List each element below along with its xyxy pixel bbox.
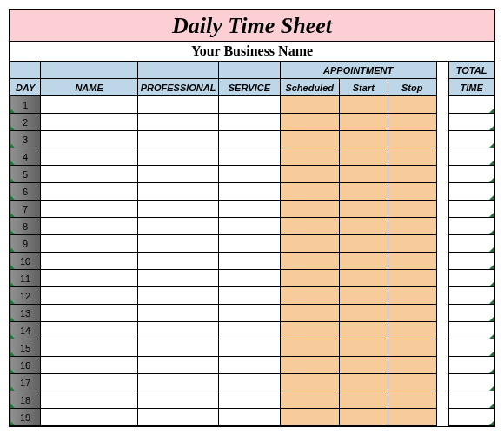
cell-name[interactable] xyxy=(41,166,138,183)
cell-stop[interactable] xyxy=(388,96,436,114)
cell-day[interactable]: 7 xyxy=(10,201,41,218)
cell-service[interactable] xyxy=(219,339,280,357)
cell-professional[interactable] xyxy=(137,166,218,183)
cell-total[interactable] xyxy=(449,201,494,218)
cell-start[interactable] xyxy=(339,253,388,270)
cell-stop[interactable] xyxy=(388,183,436,201)
cell-service[interactable] xyxy=(219,322,280,339)
cell-stop[interactable] xyxy=(388,114,436,131)
cell-total[interactable] xyxy=(449,391,494,409)
cell-professional[interactable] xyxy=(137,218,218,235)
cell-service[interactable] xyxy=(219,183,280,201)
cell-scheduled[interactable] xyxy=(280,339,339,357)
cell-day[interactable]: 8 xyxy=(10,218,41,235)
cell-total[interactable] xyxy=(449,253,494,270)
cell-scheduled[interactable] xyxy=(280,96,339,114)
cell-stop[interactable] xyxy=(388,218,436,235)
cell-service[interactable] xyxy=(219,148,280,166)
cell-total[interactable] xyxy=(449,339,494,357)
cell-professional[interactable] xyxy=(137,96,218,114)
cell-service[interactable] xyxy=(219,235,280,253)
cell-name[interactable] xyxy=(41,148,138,166)
cell-day[interactable]: 4 xyxy=(10,148,41,166)
cell-service[interactable] xyxy=(219,96,280,114)
cell-start[interactable] xyxy=(339,131,388,148)
cell-stop[interactable] xyxy=(388,287,436,305)
cell-scheduled[interactable] xyxy=(280,253,339,270)
cell-service[interactable] xyxy=(219,114,280,131)
cell-start[interactable] xyxy=(339,166,388,183)
cell-scheduled[interactable] xyxy=(280,218,339,235)
cell-scheduled[interactable] xyxy=(280,131,339,148)
cell-professional[interactable] xyxy=(137,287,218,305)
cell-start[interactable] xyxy=(339,270,388,287)
cell-scheduled[interactable] xyxy=(280,270,339,287)
cell-scheduled[interactable] xyxy=(280,201,339,218)
cell-day[interactable]: 10 xyxy=(10,253,41,270)
cell-start[interactable] xyxy=(339,287,388,305)
cell-stop[interactable] xyxy=(388,166,436,183)
cell-professional[interactable] xyxy=(137,322,218,339)
cell-start[interactable] xyxy=(339,391,388,409)
cell-stop[interactable] xyxy=(388,305,436,322)
cell-stop[interactable] xyxy=(388,409,436,426)
cell-scheduled[interactable] xyxy=(280,183,339,201)
cell-name[interactable] xyxy=(41,374,138,391)
cell-day[interactable]: 6 xyxy=(10,183,41,201)
cell-scheduled[interactable] xyxy=(280,166,339,183)
cell-professional[interactable] xyxy=(137,114,218,131)
cell-stop[interactable] xyxy=(388,322,436,339)
cell-start[interactable] xyxy=(339,218,388,235)
cell-service[interactable] xyxy=(219,270,280,287)
cell-name[interactable] xyxy=(41,253,138,270)
cell-service[interactable] xyxy=(219,253,280,270)
cell-total[interactable] xyxy=(449,235,494,253)
cell-total[interactable] xyxy=(449,357,494,374)
cell-total[interactable] xyxy=(449,131,494,148)
cell-scheduled[interactable] xyxy=(280,322,339,339)
cell-name[interactable] xyxy=(41,96,138,114)
cell-day[interactable]: 12 xyxy=(10,287,41,305)
cell-stop[interactable] xyxy=(388,339,436,357)
cell-name[interactable] xyxy=(41,270,138,287)
cell-start[interactable] xyxy=(339,322,388,339)
cell-service[interactable] xyxy=(219,218,280,235)
cell-name[interactable] xyxy=(41,114,138,131)
cell-day[interactable]: 5 xyxy=(10,166,41,183)
cell-start[interactable] xyxy=(339,409,388,426)
cell-stop[interactable] xyxy=(388,148,436,166)
cell-day[interactable]: 13 xyxy=(10,305,41,322)
cell-name[interactable] xyxy=(41,339,138,357)
cell-total[interactable] xyxy=(449,374,494,391)
cell-stop[interactable] xyxy=(388,131,436,148)
cell-professional[interactable] xyxy=(137,270,218,287)
cell-start[interactable] xyxy=(339,96,388,114)
cell-professional[interactable] xyxy=(137,409,218,426)
cell-stop[interactable] xyxy=(388,201,436,218)
cell-day[interactable]: 15 xyxy=(10,339,41,357)
cell-professional[interactable] xyxy=(137,391,218,409)
cell-service[interactable] xyxy=(219,357,280,374)
cell-scheduled[interactable] xyxy=(280,148,339,166)
cell-professional[interactable] xyxy=(137,374,218,391)
cell-stop[interactable] xyxy=(388,253,436,270)
cell-stop[interactable] xyxy=(388,357,436,374)
cell-professional[interactable] xyxy=(137,357,218,374)
cell-total[interactable] xyxy=(449,305,494,322)
cell-service[interactable] xyxy=(219,287,280,305)
cell-service[interactable] xyxy=(219,374,280,391)
cell-total[interactable] xyxy=(449,218,494,235)
cell-service[interactable] xyxy=(219,305,280,322)
cell-start[interactable] xyxy=(339,339,388,357)
cell-service[interactable] xyxy=(219,166,280,183)
cell-scheduled[interactable] xyxy=(280,391,339,409)
cell-start[interactable] xyxy=(339,357,388,374)
cell-start[interactable] xyxy=(339,148,388,166)
cell-day[interactable]: 3 xyxy=(10,131,41,148)
cell-professional[interactable] xyxy=(137,148,218,166)
cell-professional[interactable] xyxy=(137,339,218,357)
cell-stop[interactable] xyxy=(388,235,436,253)
cell-total[interactable] xyxy=(449,96,494,114)
cell-start[interactable] xyxy=(339,305,388,322)
cell-name[interactable] xyxy=(41,409,138,426)
